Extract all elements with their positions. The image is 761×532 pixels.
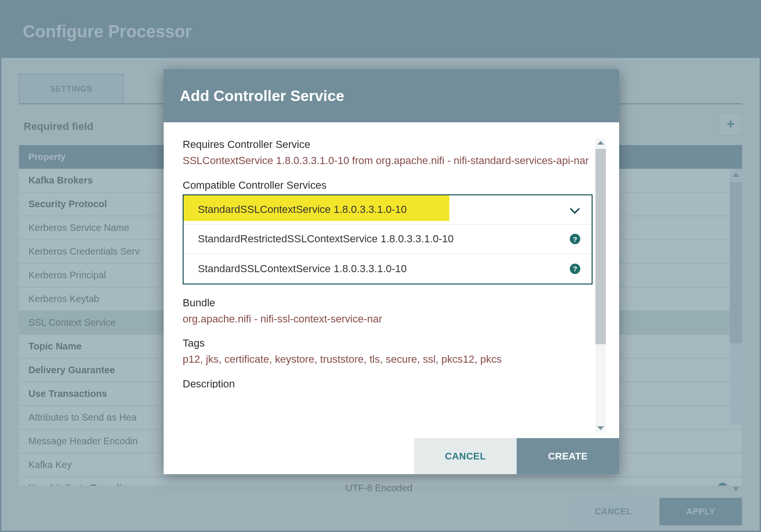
requires-value: SSLContextService 1.8.0.3.3.1.0-10 from …: [183, 154, 593, 168]
combo-option-label: StandardRestrictedSSLContextService 1.8.…: [198, 233, 454, 245]
combo-option-selected[interactable]: StandardSSLContextService 1.8.0.3.3.1.0-…: [184, 195, 592, 225]
add-controller-service-dialog: Add Controller Service Requires Controll…: [164, 69, 619, 474]
modal-scrollbar[interactable]: [595, 138, 606, 432]
combo-option[interactable]: StandardRestrictedSSLContextService 1.8.…: [184, 225, 592, 254]
requires-label: Requires Controller Service: [183, 138, 593, 151]
modal-body: Requires Controller Service SSLContextSe…: [164, 122, 619, 438]
modal-footer: CANCEL CREATE: [164, 438, 619, 474]
compatible-label: Compatible Controller Services: [183, 179, 593, 192]
modal-create-button[interactable]: CREATE: [517, 438, 619, 474]
combo-option-label: StandardSSLContextService 1.8.0.3.3.1.0-…: [198, 263, 407, 275]
tags-label: Tags: [183, 337, 593, 349]
help-icon[interactable]: ?: [570, 234, 580, 244]
modal-cancel-button[interactable]: CANCEL: [414, 438, 517, 474]
scroll-thumb[interactable]: [595, 149, 606, 344]
chevron-down-icon[interactable]: [570, 204, 580, 215]
scroll-up-icon[interactable]: [597, 141, 604, 145]
bundle-label: Bundle: [183, 297, 593, 309]
bundle-value: org.apache.nifi - nifi-ssl-context-servi…: [183, 312, 593, 326]
combo-option-label: StandardSSLContextService 1.8.0.3.3.1.0-…: [198, 203, 407, 216]
description-label: Description: [183, 378, 593, 388]
scroll-down-icon[interactable]: [597, 426, 604, 430]
tags-value: p12, jks, certificate, keystore, trustst…: [183, 352, 593, 367]
help-icon[interactable]: ?: [570, 264, 580, 274]
combo-option[interactable]: StandardSSLContextService 1.8.0.3.3.1.0-…: [184, 254, 592, 284]
compatible-services-combo[interactable]: StandardSSLContextService 1.8.0.3.3.1.0-…: [183, 194, 593, 284]
modal-title: Add Controller Service: [164, 69, 619, 122]
